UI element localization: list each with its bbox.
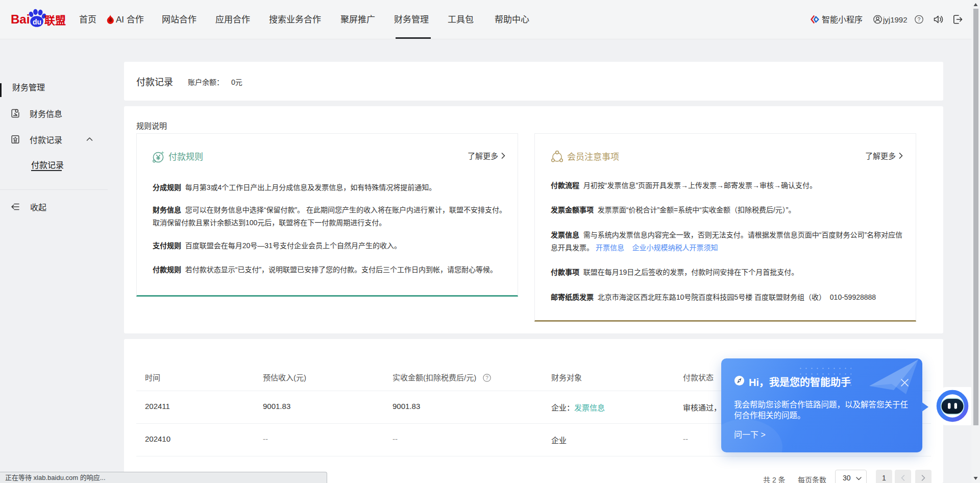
svg-text:联盟: 联盟 (44, 14, 66, 26)
svg-text:du: du (33, 18, 41, 26)
svg-text:?: ? (485, 375, 488, 381)
svg-text:Bai: Bai (11, 12, 30, 26)
svg-text:?: ? (918, 16, 921, 22)
